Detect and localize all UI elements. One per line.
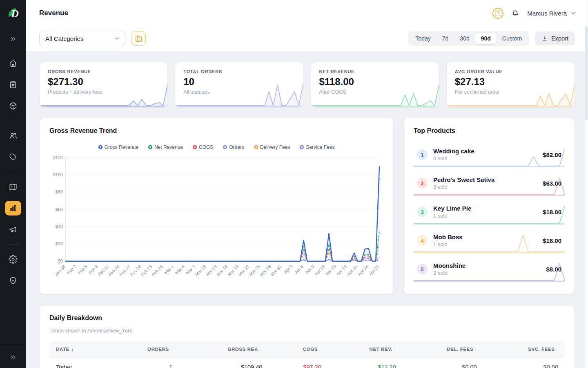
- legend-item-cogs[interactable]: COGS: [193, 144, 213, 150]
- svg-text:D: D: [11, 8, 19, 20]
- svg-text:Mar 10: Mar 10: [194, 264, 207, 277]
- cell-del: $0.00: [403, 358, 483, 368]
- legend-item-service-fees[interactable]: Service Fees: [300, 144, 334, 150]
- app-logo[interactable]: D: [0, 0, 26, 26]
- sidebar-item-products[interactable]: [5, 99, 21, 113]
- category-select[interactable]: All Categories: [39, 31, 125, 46]
- legend-item-delivery-fees[interactable]: Delivery Fees: [254, 144, 290, 150]
- product-rank-badge: 2: [417, 178, 428, 188]
- sidebar-item-menu[interactable]: [5, 180, 21, 194]
- legend-swatch-icon: [254, 145, 258, 149]
- chevron-down-icon: [570, 10, 577, 16]
- sidebar-item-settings[interactable]: [5, 252, 21, 267]
- notifications-button[interactable]: [511, 9, 520, 18]
- stat-subtitle: Products + delivery fees: [48, 89, 159, 95]
- stat-card-body: GROSS REVENUE $271.30 Products + deliver…: [40, 62, 167, 102]
- cell-svc: $0.00: [483, 358, 565, 368]
- sidebar-item-customers[interactable]: [5, 128, 21, 143]
- product-name: Key Lime Pie: [433, 205, 471, 212]
- stat-label: TOTAL ORDERS: [183, 69, 295, 74]
- sidebar-item-analytics[interactable]: [5, 201, 21, 215]
- column-header-cogs[interactable]: COGS↕: [269, 341, 327, 358]
- daily-breakdown-table: DATE↓ORDERS↕GROSS REV.↕COGS↕NET REV.↕DEL…: [49, 341, 565, 368]
- legend-item-gross-revenue[interactable]: Gross Revenue: [98, 144, 138, 150]
- column-header-svc[interactable]: SVC. FEES↕: [483, 341, 565, 358]
- category-select-value: All Categories: [45, 35, 83, 42]
- top-product-row[interactable]: 4Mob Boss1 sold$18.00: [414, 228, 565, 253]
- page-title: Revenue: [39, 9, 68, 17]
- save-view-button[interactable]: [131, 31, 146, 46]
- cube-icon: [9, 101, 18, 110]
- top-product-row[interactable]: 5Moonshine2 sold$8.00: [414, 256, 565, 282]
- top-product-row[interactable]: 1Wedding cake3 sold$82.00: [414, 142, 565, 167]
- legend-label: Net Revenue: [154, 144, 183, 150]
- export-button[interactable]: Export: [535, 31, 575, 45]
- column-header-gross[interactable]: GROSS REV.↕: [179, 341, 269, 358]
- table-header: DATE↓ORDERS↕GROSS REV.↕COGS↕NET REV.↕DEL…: [49, 341, 565, 358]
- sidebar-item-pricing[interactable]: [5, 150, 21, 164]
- column-label: DEL. FEES: [447, 347, 474, 352]
- svg-text:Apr 6: Apr 6: [294, 264, 305, 275]
- user-name: Marcus Rivera: [527, 10, 567, 17]
- legend-item-net-revenue[interactable]: Net Revenue: [148, 144, 183, 150]
- product-info: Key Lime Pie1 sold: [433, 205, 471, 219]
- table-body: Today1$109.40$97.20$12.20$0.00$0.00: [49, 358, 565, 368]
- legend-item-orders[interactable]: Orders: [223, 144, 244, 150]
- legend-swatch-icon: [98, 145, 102, 149]
- book-map-icon: [9, 182, 18, 191]
- trend-line-chart[interactable]: $0$20$40$60$80$100$120Jan 30Feb 2Feb 5Fe…: [49, 152, 383, 283]
- column-header-date[interactable]: DATE↓: [49, 341, 107, 358]
- svg-text:Feb 2: Feb 2: [66, 264, 77, 275]
- legend-label: Orders: [229, 144, 244, 150]
- legend-label: Gross Revenue: [105, 144, 138, 150]
- user-menu[interactable]: Marcus Rivera: [527, 10, 577, 17]
- help-button[interactable]: ?: [492, 8, 503, 19]
- stat-card-total-orders[interactable]: TOTAL ORDERS 10 All statuses: [175, 62, 303, 107]
- sidebar-expand-button[interactable]: [0, 26, 26, 51]
- stat-cards-row: GROSS REVENUE $271.30 Products + deliver…: [39, 62, 575, 107]
- column-header-del[interactable]: DEL. FEES↕: [403, 341, 483, 358]
- top-product-row[interactable]: 3Key Lime Pie1 sold$18.00: [414, 199, 565, 224]
- svg-text:Mar 16: Mar 16: [216, 264, 229, 277]
- column-header-net[interactable]: NET REV.↕: [328, 341, 403, 358]
- top-product-row[interactable]: 2Pedro's Sweet Sativa3 sold$63.00: [414, 171, 565, 196]
- svg-text:Feb 5: Feb 5: [77, 264, 88, 275]
- cell-cogs: $97.20: [269, 358, 327, 368]
- range-button-today[interactable]: Today: [410, 33, 436, 44]
- scrollbar-thumb[interactable]: [585, 26, 588, 120]
- range-button-custom[interactable]: Custom: [497, 33, 528, 44]
- column-label: SVC. FEES: [528, 347, 555, 352]
- cell-gross: $109.40: [179, 358, 269, 368]
- range-button-7d[interactable]: 7d: [437, 33, 454, 44]
- range-button-90d[interactable]: 90d: [475, 33, 497, 44]
- sidebar-item-dashboard[interactable]: [5, 56, 21, 71]
- product-sold-count: 3 sold: [433, 184, 494, 190]
- svg-text:$20: $20: [56, 241, 63, 246]
- daily-breakdown-panel: Daily Breakdown Times shown in America/N…: [39, 305, 575, 368]
- sidebar-collapse-button[interactable]: [9, 353, 17, 361]
- page-scrollbar[interactable]: [585, 0, 588, 368]
- sort-icon: ↕: [556, 347, 558, 352]
- chart-legend: Gross RevenueNet RevenueCOGSOrdersDelive…: [49, 144, 383, 150]
- column-label: NET REV.: [370, 347, 393, 352]
- sidebar-item-marketing[interactable]: [5, 222, 21, 237]
- stat-card-avg-order-value[interactable]: AVG ORDER VALUE $27.13 Per confirmed ord…: [446, 62, 575, 107]
- sidebar-divider: [7, 172, 19, 172]
- product-price: $18.00: [543, 237, 563, 244]
- stat-card-gross-revenue[interactable]: GROSS REVENUE $271.30 Products + deliver…: [39, 62, 168, 107]
- stat-card-net-revenue[interactable]: NET REVENUE $118.00 After COGS: [311, 62, 439, 107]
- svg-text:$100: $100: [53, 172, 63, 177]
- range-button-30d[interactable]: 30d: [454, 33, 475, 44]
- product-sold-count: 3 sold: [433, 155, 474, 162]
- svg-text:$0: $0: [58, 258, 63, 263]
- bell-icon: [511, 9, 520, 18]
- stat-subtitle: All statuses: [183, 89, 295, 95]
- svg-text:Apr 24: Apr 24: [357, 264, 369, 276]
- table-row[interactable]: Today1$109.40$97.20$12.20$0.00$0.00: [49, 358, 565, 368]
- sidebar-item-orders[interactable]: [5, 77, 21, 92]
- sidebar-item-security[interactable]: [5, 273, 21, 288]
- legend-swatch-icon: [193, 145, 197, 149]
- svg-text:Feb 14: Feb 14: [108, 264, 120, 277]
- column-header-orders[interactable]: ORDERS↕: [107, 341, 179, 358]
- users-icon: [9, 131, 18, 140]
